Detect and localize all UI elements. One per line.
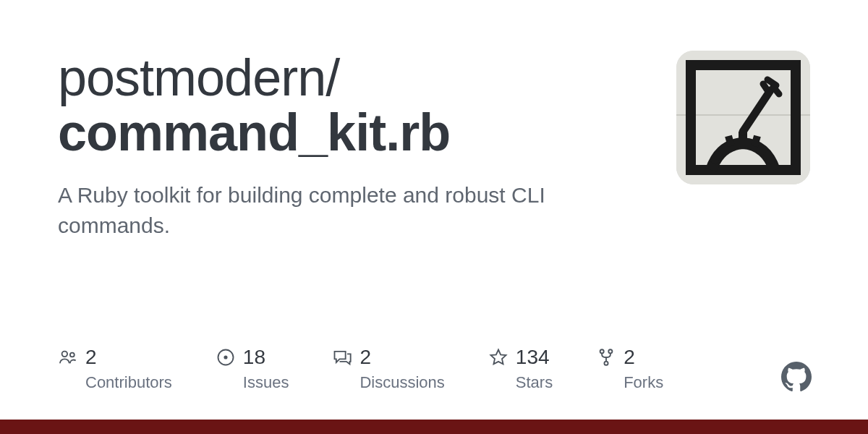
- people-icon: [58, 347, 78, 367]
- repo-description: A Ruby toolkit for building complete and…: [58, 180, 608, 241]
- discussion-icon: [332, 347, 352, 367]
- stat-contributors[interactable]: 2 Contributors: [58, 346, 172, 392]
- stat-label: Stars: [516, 373, 553, 392]
- stat-count: 2: [85, 346, 97, 369]
- avatar-image-icon: [676, 51, 810, 184]
- svg-point-3: [70, 353, 75, 357]
- svg-point-5: [224, 355, 227, 359]
- svg-point-7: [608, 349, 612, 353]
- svg-point-2: [62, 352, 67, 357]
- stats-row: 2 Contributors 18 Issues 2 Discussions 1…: [58, 346, 663, 392]
- stat-count: 2: [624, 346, 635, 369]
- stat-issues[interactable]: 18 Issues: [216, 346, 289, 392]
- stat-label: Forks: [624, 373, 663, 392]
- fork-icon: [596, 347, 616, 367]
- github-logo-icon[interactable]: [781, 362, 812, 392]
- title-separator: /: [326, 48, 339, 106]
- stat-forks[interactable]: 2 Forks: [596, 346, 663, 392]
- repo-name[interactable]: command_kit.rb: [58, 106, 647, 161]
- stat-count: 18: [243, 346, 265, 369]
- svg-point-8: [605, 362, 608, 365]
- issue-icon: [216, 347, 236, 367]
- stat-stars[interactable]: 134 Stars: [488, 346, 553, 392]
- stat-discussions[interactable]: 2 Discussions: [332, 346, 444, 392]
- stat-label: Contributors: [85, 373, 172, 392]
- svg-point-6: [600, 349, 604, 353]
- repo-title: postmodern/ command_kit.rb: [58, 51, 647, 160]
- svg-rect-1: [676, 114, 810, 116]
- star-icon: [488, 347, 509, 367]
- svg-rect-0: [676, 51, 810, 184]
- stat-label: Issues: [243, 373, 289, 392]
- repo-owner[interactable]: postmodern: [58, 48, 326, 106]
- avatar[interactable]: [676, 51, 810, 184]
- stat-count: 2: [359, 346, 371, 369]
- accent-bar: [0, 420, 868, 434]
- stat-count: 134: [516, 346, 550, 369]
- stat-label: Discussions: [359, 373, 444, 392]
